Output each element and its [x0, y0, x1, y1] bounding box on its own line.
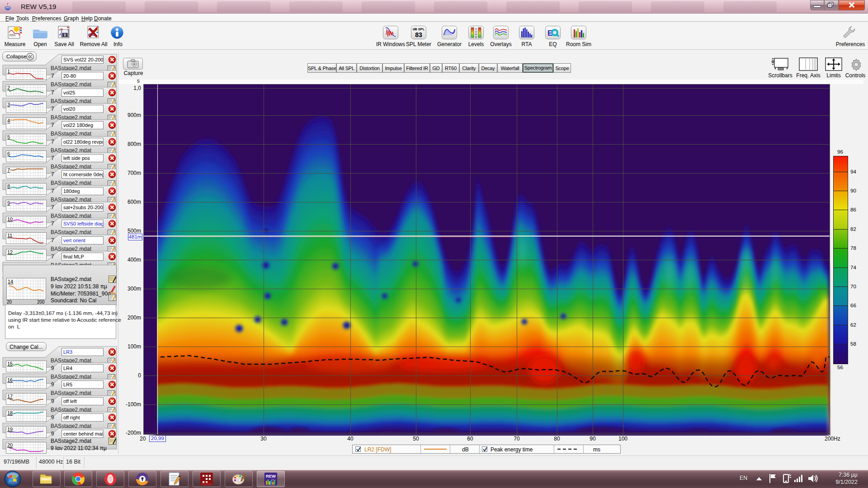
svg-text:83: 83	[415, 31, 422, 38]
svg-text:dB SPL: dB SPL	[413, 27, 425, 31]
svg-text:REW: REW	[266, 474, 276, 479]
